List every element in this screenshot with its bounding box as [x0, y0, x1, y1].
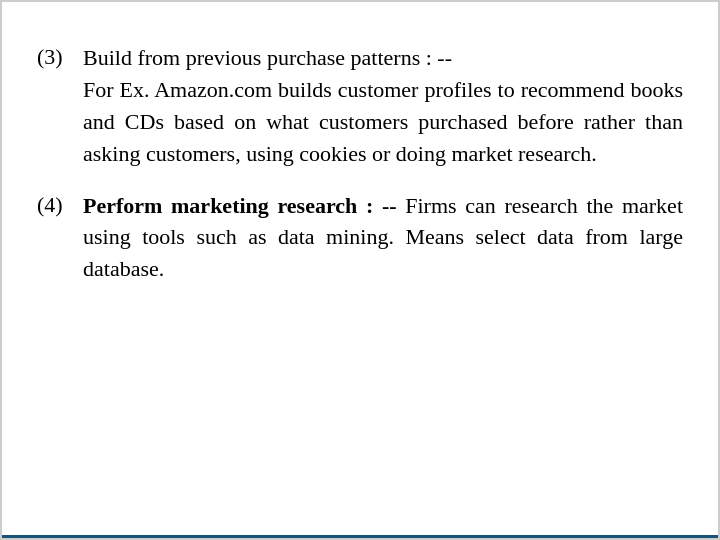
item-number-4: (4)	[37, 190, 77, 221]
item-body-3: For Ex. Amazon.com builds customer profi…	[83, 77, 683, 166]
slide-container: (3) Build from previous purchase pattern…	[0, 0, 720, 540]
item-number-3: (3)	[37, 42, 77, 73]
item-text-3: Build from previous purchase patterns : …	[83, 42, 683, 170]
list-item: (4) Perform marketing research : -- Firm…	[37, 190, 683, 286]
list-item: (3) Build from previous purchase pattern…	[37, 42, 683, 170]
bottom-line	[2, 535, 718, 538]
item-label-bold-4: Perform marketing research : --	[83, 193, 397, 218]
item-text-4: Perform marketing research : -- Firms ca…	[83, 190, 683, 286]
item-label-3: Build from previous purchase patterns : …	[83, 45, 452, 70]
content-area: (3) Build from previous purchase pattern…	[37, 42, 683, 508]
